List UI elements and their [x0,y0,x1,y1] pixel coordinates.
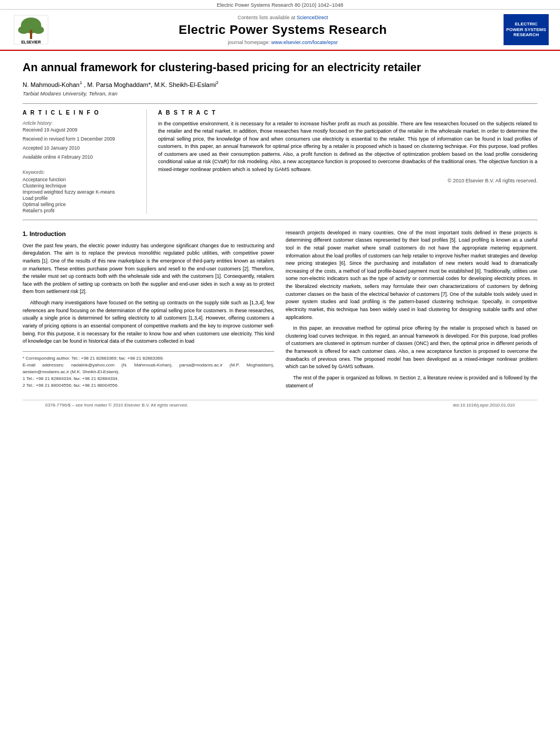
intro-para2: Although many investigations have focuse… [23,299,274,346]
footnotes: * Corresponding author. Tel.: +98 21 828… [23,351,274,389]
history-label: Article history: [23,120,135,126]
journal-right-logo: ELECTRIC POWER SYSTEMS RESEARCH [504,14,549,45]
svg-text:ELSEVIER: ELSEVIER [21,40,41,44]
article-info: A R T I C L E I N F O Article history: R… [23,110,147,214]
issn-line: 0378-7796/$ – see front matter © 2010 El… [45,403,188,408]
author3-sup: 2 [216,80,218,85]
journal-title: Electric Power Systems Research [62,23,504,37]
received-date: Received 19 August 2009 [23,127,135,133]
svg-point-3 [33,26,44,34]
intro-para1: Over the past few years, the electric po… [23,242,274,296]
article-meta-row: A R T I C L E I N F O Article history: R… [23,103,537,220]
body-col-left: 1. Introduction Over the past few years,… [23,229,274,394]
abstract-title: A B S T R A C T [158,110,537,116]
homepage-url[interactable]: www.elsevier.com/locate/epsr [272,40,338,45]
elsevier-logo: ELSEVIER [11,14,51,45]
author2: , M. Parsa Moghaddam*, [84,81,152,88]
bottom-strip: 0378-7796/$ – see front matter © 2010 El… [23,400,537,410]
affiliation: Tarbiat Modares University, Tehran, Iran [23,90,537,97]
intro-heading: 1. Introduction [23,229,274,239]
top-bar: Electric Power Systems Research 80 (2010… [0,0,560,10]
intro-right-para1: research projects developed in many coun… [286,229,537,322]
keyword-1: Acceptance function [23,177,135,182]
article-title: An annual framework for clustering-based… [23,60,537,75]
journal-header-center: Contents lists available at ScienceDirec… [62,15,504,45]
body-col-right: research projects developed in many coun… [286,229,537,394]
journal-header: ELSEVIER Contents lists available at Sci… [0,10,560,51]
keyword-3: Improved weighted fuzzy average K-means [23,189,135,195]
keyword-5: Optimal selling price [23,202,135,207]
keywords-label: Keywords: [23,169,135,175]
sciencedirect-link[interactable]: ScienceDirect [297,15,329,20]
intro-right-para2: In this paper, an innovative method for … [286,325,537,371]
article-info-title: A R T I C L E I N F O [23,110,135,116]
copyright: © 2010 Elsevier B.V. All rights reserved… [158,178,537,184]
keyword-4: Load profile [23,195,135,201]
abstract-text: In the competitive environment, it is ne… [158,120,537,174]
sciencedirect-line: Contents lists available at ScienceDirec… [62,15,504,20]
svg-point-2 [18,26,29,34]
available-online: Available online 4 February 2010 [23,154,135,160]
article-content: An annual framework for clustering-based… [0,51,560,421]
journal-citation: Electric Power Systems Research 80 (2010… [217,2,343,8]
author1-sup: 1 [80,80,82,85]
author3: M.K. Sheikh-El-Eslami [154,81,216,88]
keyword-6: Retailer's profit [23,208,135,213]
keyword-2: Clustering technique [23,183,135,189]
svg-rect-4 [30,30,32,39]
footnote-2: 2 Tel.: +98 21 88004556; fax: +98 21 880… [23,382,274,389]
footnote-1: 1 Tel.: +98 21 82884334; fax: +98 21 828… [23,375,274,382]
author1: N. Mahmoudi-Kohan [23,81,80,88]
body-columns: 1. Introduction Over the past few years,… [23,229,537,394]
journal-homepage: journal homepage: www.elsevier.com/locat… [62,40,504,45]
article-abstract: A B S T R A C T In the competitive envir… [147,110,537,214]
footnote-emails: E-mail addresses: nadalink@yahoo.com (N.… [23,362,274,375]
journal-logo-text: ELECTRIC POWER SYSTEMS RESEARCH [506,21,546,38]
footnote-corresponding: * Corresponding author. Tel.: +98 21 828… [23,355,274,362]
accepted-date: Accepted 10 January 2010 [23,145,135,151]
received-revised-date: Received in revised form 1 December 2009 [23,136,135,142]
doi-line: doi:10.1016/j.epsr.2010.01.010 [453,403,515,408]
intro-right-para3: The rest of the paper is organized as fo… [286,374,537,390]
authors-line: N. Mahmoudi-Kohan1 , M. Parsa Moghaddam*… [23,80,537,88]
